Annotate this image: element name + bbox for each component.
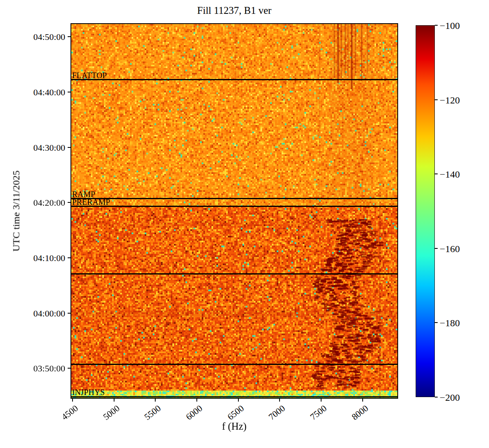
- beam-mode-line-ramp: [71, 198, 397, 199]
- y-tick-label: 04:50:00: [20, 33, 65, 42]
- y-tick-label: 04:20:00: [20, 198, 65, 207]
- x-tick-label: 6000: [184, 404, 204, 422]
- colorbar-tick-mark: [435, 248, 438, 249]
- colorbar: [416, 25, 435, 397]
- x-tick-mark: [238, 398, 239, 402]
- x-tick-mark: [362, 398, 363, 402]
- beam-mode-line-flattop: [71, 79, 397, 80]
- x-tick-label: 7000: [267, 404, 287, 422]
- y-tick-mark: [68, 92, 71, 92]
- y-tick-mark: [68, 36, 71, 37]
- x-axis-label: f (Hz): [71, 421, 397, 432]
- x-tick-label: 6500: [226, 404, 245, 422]
- colorbar-tick-mark: [435, 322, 438, 323]
- colorbar-tick-label: −100: [440, 21, 460, 31]
- x-tick-label: 4500: [60, 404, 79, 422]
- beam-mode-line: [71, 364, 397, 365]
- colorbar-tick-mark: [435, 99, 438, 100]
- x-tick-mark: [321, 398, 322, 402]
- y-tick-label: 04:30:00: [20, 143, 65, 152]
- y-tick-mark: [68, 368, 71, 369]
- y-tick-label: 04:00:00: [20, 309, 65, 318]
- x-tick-label: 5500: [143, 404, 163, 422]
- plot-title: Fill 11237, B1 ver: [71, 5, 397, 16]
- y-tick-mark: [68, 202, 71, 203]
- beam-mode-label-preramp: PRERAMP: [72, 198, 110, 206]
- beam-mode-label-ramp: RAMP: [72, 190, 95, 198]
- x-tick-mark: [114, 398, 115, 402]
- x-tick-label: 7500: [308, 404, 328, 422]
- x-tick-mark: [279, 398, 280, 402]
- colorbar-tick-label: −180: [440, 318, 460, 328]
- x-tick-label: 8000: [350, 404, 370, 422]
- beam-mode-label-flattop: FLATTOP: [72, 71, 107, 79]
- x-tick-mark: [155, 398, 156, 402]
- colorbar-tick-label: −200: [440, 393, 460, 402]
- colorbar-tick-label: −120: [440, 95, 460, 105]
- colorbar-tick-mark: [435, 173, 438, 174]
- colorbar-tick-label: −140: [440, 169, 460, 179]
- y-tick-label: 04:40:00: [20, 88, 65, 97]
- y-axis-label: UTC time 3/11/2025: [11, 170, 22, 251]
- colorbar-tick-mark: [435, 397, 438, 397]
- colorbar-tick-mark: [435, 25, 438, 26]
- y-tick-label: 03:50:00: [20, 364, 65, 373]
- beam-mode-line: [71, 273, 397, 275]
- x-tick-mark: [72, 398, 73, 402]
- spectrogram-figure: Fill 11237, B1 ver FLATTOPRAMPPRERAMPINJ…: [0, 0, 489, 448]
- beam-mode-label-injphys: INJPHYS: [72, 388, 105, 396]
- x-tick-mark: [196, 398, 197, 402]
- y-tick-mark: [68, 147, 71, 148]
- beam-mode-line-injphys: [71, 396, 397, 397]
- colorbar-tick-label: −160: [440, 244, 460, 254]
- y-tick-mark: [68, 257, 71, 258]
- x-tick-label: 5000: [101, 404, 121, 422]
- y-tick-mark: [68, 313, 71, 314]
- beam-mode-line-preramp: [71, 206, 397, 207]
- y-tick-label: 04:10:00: [20, 254, 65, 263]
